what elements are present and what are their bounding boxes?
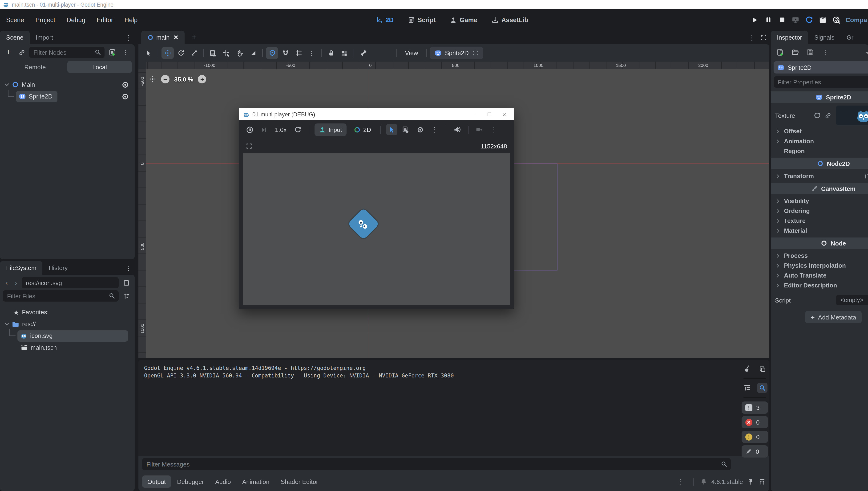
tab-shader-editor[interactable]: Shader Editor [275,475,323,488]
play-button[interactable] [750,15,759,25]
menu-help[interactable]: Help [119,14,143,26]
category-sprite2d[interactable]: Sprite2D [771,91,868,103]
stop-button[interactable] [777,15,786,25]
camera-override-button[interactable] [474,124,485,135]
history-back-icon[interactable]: ◀ [866,49,868,56]
tab-import[interactable]: Import [30,31,59,44]
nav-forward-button[interactable]: › [12,277,20,288]
local-toggle[interactable]: Local [67,61,132,73]
remote-toggle[interactable]: Remote [3,61,67,73]
remote-debug-button[interactable] [791,15,800,25]
bottom-panel-menu-icon[interactable]: ⋮ [674,478,686,485]
close-tab-icon[interactable]: ✕ [173,34,179,41]
distraction-free-button[interactable] [758,32,769,43]
visibility-toggle[interactable] [122,81,129,88]
theme-search-button[interactable] [832,15,841,25]
clear-output-button[interactable] [742,364,752,374]
nav-back-button[interactable]: ‹ [3,277,10,288]
input-mode-toggle[interactable]: Input [314,123,346,136]
tab-animation[interactable]: Animation [237,475,275,488]
revert-icon[interactable] [814,112,821,119]
scene-dock-menu-icon[interactable]: ⋮ [122,34,135,41]
2d-mode-toggle[interactable]: 2D [349,123,375,136]
tab-output[interactable]: Output [142,475,171,488]
notification-bell-icon[interactable] [700,478,707,485]
scale-tool-button[interactable] [188,47,200,59]
maximize-icon[interactable]: □ [488,111,491,118]
filter-nodes-input[interactable] [29,47,104,58]
move-tool-button[interactable] [161,47,174,59]
pivot-tool-button[interactable] [220,47,232,59]
group-auto-translate[interactable]: Auto Translate [771,270,868,280]
next-frame-button[interactable] [258,124,269,135]
debug-options-menu-icon[interactable]: ⋮ [429,126,441,133]
edited-node-button[interactable]: Sprite2D [430,47,483,59]
group-region[interactable]: Region [771,146,868,156]
filesystem-dock-menu-icon[interactable]: ⋮ [122,264,135,272]
file-main-tscn[interactable]: main.tscn [2,342,133,353]
warning-count-toggle[interactable]: !0 [742,431,768,443]
group-texture[interactable]: Texture [771,216,868,226]
editor-message-count-toggle[interactable]: 0 [742,445,768,458]
zoom-level[interactable]: 35.0 % [174,76,193,83]
tree-node-main[interactable]: Main [2,79,133,90]
group-process[interactable]: Process [771,251,868,261]
group-animation[interactable]: Animation [771,136,868,146]
toggle-split-mode-button[interactable] [121,277,132,288]
zoom-in-button[interactable]: + [198,75,207,83]
2d-canvas[interactable]: -1000 -500 0 500 1000 1500 2000 -500 0 5… [138,62,769,358]
category-canvasitem[interactable]: CanvasItem [771,183,868,194]
expand-panel-icon[interactable] [758,478,766,485]
fullscreen-icon[interactable] [246,143,252,149]
filter-properties-input[interactable] [774,76,868,88]
debug-camera-button[interactable] [414,124,426,135]
tab-debugger[interactable]: Debugger [172,475,209,488]
file-sort-button[interactable] [121,290,132,301]
pin-icon[interactable] [747,478,754,485]
pan-tool-button[interactable] [234,47,246,59]
tab-audio[interactable]: Audio [210,475,236,488]
scene-tabs-menu-icon[interactable]: ⋮ [746,34,758,41]
tab-filesystem[interactable]: FileSystem [0,261,42,275]
selected-file-pill[interactable]: icon.svg [18,330,128,341]
menu-editor[interactable]: Editor [91,14,118,26]
camera-options-menu-icon[interactable]: ⋮ [488,126,500,133]
smart-snap-button[interactable] [266,47,278,59]
tab-history[interactable]: History [42,261,74,275]
debug-list-select-button[interactable] [400,124,411,135]
res-root-item[interactable]: res:// [2,318,133,330]
collapse-duplicates-button[interactable] [742,383,752,393]
filter-messages-input[interactable] [142,458,731,470]
game-debug-window[interactable]: 01-multi-player (DEBUG) − □ × 1.0x [239,108,514,309]
category-node[interactable]: Node [771,237,868,249]
movie-maker-button[interactable] [818,15,828,25]
tab-inspector[interactable]: Inspector [771,31,808,44]
menu-scene[interactable]: Scene [1,14,29,26]
renderer-selector[interactable]: Compa [845,16,867,23]
chevron-down-icon[interactable] [4,82,10,88]
pause-button[interactable] [764,15,773,25]
group-ordering[interactable]: Ordering [771,206,868,216]
chevron-down-icon[interactable] [4,321,10,327]
error-count-toggle[interactable]: ✕0 [742,416,768,428]
tab-scene[interactable]: Scene [0,31,30,44]
file-icon-svg[interactable]: icon.svg [2,330,133,342]
menu-project[interactable]: Project [30,14,61,26]
script-value-dropdown[interactable]: <empty> [836,295,868,305]
resource-path-input[interactable] [22,277,119,288]
list-select-button[interactable] [207,47,219,59]
lock-selected-button[interactable] [325,47,337,59]
rotate-tool-button[interactable] [175,47,187,59]
scene-tab-main[interactable]: main ✕ [141,31,185,44]
instance-scene-button[interactable] [16,47,27,58]
add-node-button[interactable]: + [3,47,14,58]
edited-object-selector[interactable]: Sprite2D [774,61,868,74]
category-node2d[interactable]: Node2D [771,158,868,169]
texture-preview[interactable] [836,106,868,125]
tree-node-sprite2d[interactable]: Sprite2D [2,90,133,102]
group-editor-description[interactable]: Editor Description [771,280,868,290]
suspend-button[interactable] [244,124,255,135]
group-physics-interpolation[interactable]: Physics Interpolation [771,261,868,270]
skeleton-options-button[interactable] [358,47,370,59]
debug-select-button[interactable] [386,124,397,135]
